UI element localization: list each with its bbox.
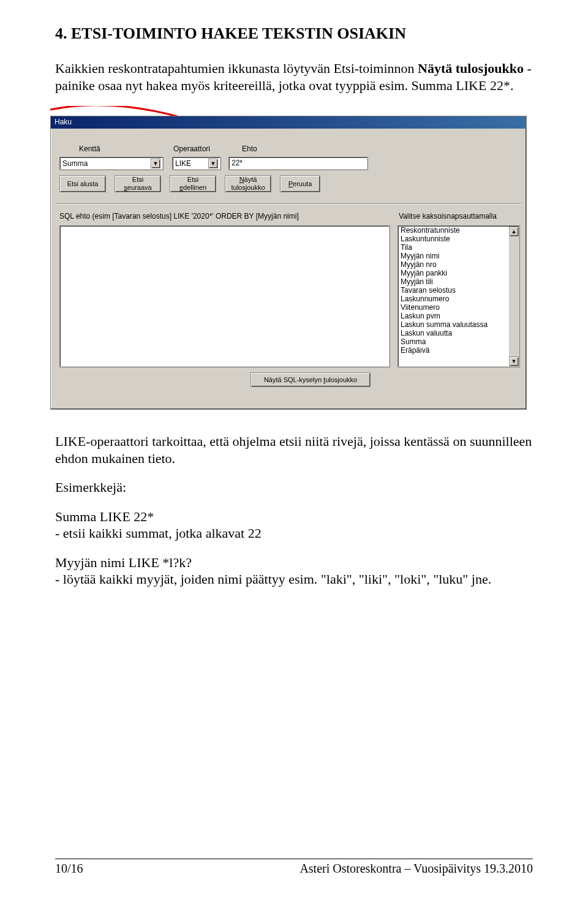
footer-page: 10/16 [55, 862, 83, 876]
list-item[interactable]: Tavaran selostus [398, 286, 519, 295]
field-listbox[interactable]: Reskontratunniste Laskuntunniste Tila My… [398, 225, 520, 367]
operaattori-value: LIKE [175, 159, 191, 168]
scroll-up-icon[interactable]: ▲ [509, 227, 519, 236]
intro-paragraph-1: Kaikkien reskontratapahtumien ikkunasta … [55, 60, 533, 94]
example-2-body: - löytää kaikki myyjät, joiden nimi päät… [55, 571, 533, 588]
footer-title: Asteri Ostoreskontra – Vuosipäivitys 19.… [300, 862, 533, 876]
chevron-down-icon[interactable]: ▼ [208, 159, 218, 168]
list-item[interactable]: Myyjän tili [398, 277, 519, 286]
list-item[interactable]: Laskuntunniste [398, 235, 519, 243]
label-kentta: Kenttä [79, 145, 100, 153]
etsi-edellinen-button[interactable]: Etsi edellinen [170, 175, 216, 192]
list-item[interactable]: Laskun summa valuutassa [398, 320, 519, 329]
intro-para-1a: Kaikkien reskontratapahtumien ikkunasta … [55, 61, 415, 76]
inline-bold: Näytä tulosjoukko [418, 61, 524, 76]
sql-textarea[interactable] [59, 225, 390, 367]
sql-label-right: Valitse kaksoisnapsauttamalla [399, 212, 497, 220]
dialog-titlebar: Haku [51, 116, 526, 129]
list-item[interactable]: Summa [398, 337, 519, 346]
list-item[interactable]: Laskun pvm [398, 312, 519, 320]
examples-heading: Esimerkkejä: [55, 479, 533, 496]
footer-rule [55, 859, 533, 859]
ehto-input[interactable]: 22* [228, 157, 368, 170]
nayta-tulosjoukko-button[interactable]: Näytä tulosjoukko [225, 175, 271, 192]
peruuta-button[interactable]: Peruuta [280, 175, 320, 192]
scroll-down-icon[interactable]: ▼ [509, 356, 519, 366]
list-item[interactable]: Myyjän nimi [398, 252, 519, 260]
kentta-value: Summa [62, 159, 88, 168]
separator [56, 203, 521, 204]
example-1-body: - etsii kaikki summat, jotka alkavat 22 [55, 525, 533, 542]
haku-dialog: Haku Kenttä Operaattori Ehto Summa ▼ LIK… [50, 116, 527, 410]
list-item[interactable]: Eräpäivä [398, 346, 519, 355]
nayta-sql-tulosjoukko-button[interactable]: Näytä SQL-kyselyn tulosjoukko [251, 372, 371, 387]
etsi-seuraava-button[interactable]: Etsi seuraava [115, 175, 161, 192]
list-item[interactable]: Tila [398, 243, 519, 252]
label-ehto: Ehto [242, 145, 257, 153]
example-2-head: Myyjän nimi LIKE *l?k? [55, 554, 533, 571]
chevron-down-icon[interactable]: ▼ [151, 159, 160, 168]
list-item[interactable]: Laskun valuutta [398, 329, 519, 337]
section-heading: 4. ETSI-TOIMINTO HAKEE TEKSTIN OSIAKIN [55, 24, 533, 43]
list-item[interactable]: Viitenumero [398, 303, 519, 312]
list-item[interactable]: Myyjän nro [398, 260, 519, 269]
scrollbar[interactable]: ▲ ▼ [509, 227, 519, 366]
list-item[interactable]: Laskunnumero [398, 295, 519, 303]
screenshot-container: Haku Kenttä Operaattori Ehto Summa ▼ LIK… [50, 106, 529, 412]
kentta-combo[interactable]: Summa ▼ [59, 157, 164, 170]
list-item[interactable]: Reskontratunniste [398, 226, 519, 235]
operaattori-combo[interactable]: LIKE ▼ [172, 157, 221, 170]
like-paragraph: LIKE-operaattori tarkoittaa, että ohjelm… [55, 433, 533, 467]
etsi-alusta-button[interactable]: Etsi alusta [59, 175, 106, 192]
example-1-head: Summa LIKE 22* [55, 508, 533, 525]
label-operaattori: Operaattori [173, 145, 210, 153]
sql-label-left: SQL ehto (esim [Tavaran selostus] LIKE '… [59, 212, 299, 220]
list-item[interactable]: Myyjän pankki [398, 269, 519, 277]
